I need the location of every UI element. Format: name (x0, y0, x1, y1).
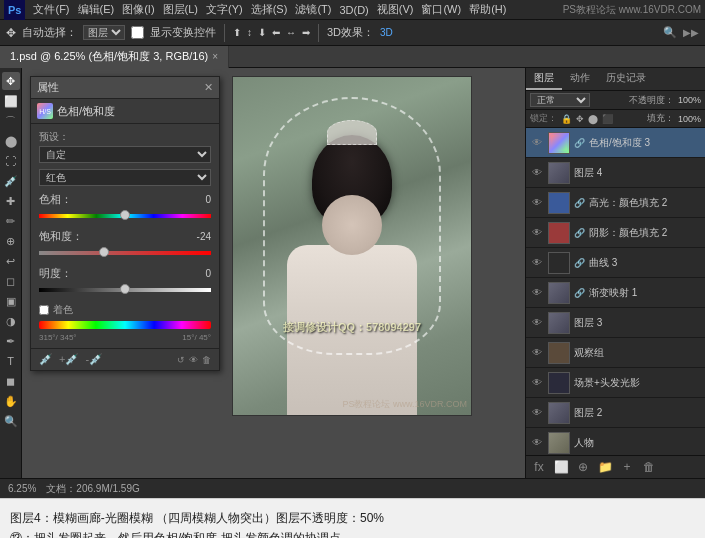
layer-eye-icon[interactable]: 👁 (530, 376, 544, 390)
align-right-icon[interactable]: ➡ (302, 27, 310, 38)
show-transform-checkbox[interactable] (131, 26, 144, 39)
align-bottom-icon[interactable]: ⬇ (258, 27, 266, 38)
layer-item[interactable]: 👁🔗色相/饱和度 3 (526, 128, 705, 158)
layers-bottom: fx ⬜ ⊕ 📁 + 🗑 (526, 455, 705, 478)
tab-history[interactable]: 历史记录 (598, 68, 654, 90)
delete-layer-btn[interactable]: 🗑 (640, 458, 658, 476)
adj-eye-btn[interactable]: 👁 (189, 355, 198, 365)
menu-filter[interactable]: 滤镜(T) (295, 2, 331, 17)
eyedropper-add-icon[interactable]: +💉 (59, 353, 79, 366)
layer-eye-icon[interactable]: 👁 (530, 316, 544, 330)
adj-panel-close[interactable]: ✕ (204, 81, 213, 94)
align-left-icon[interactable]: ⬅ (272, 27, 280, 38)
lock-icon-box[interactable]: 🔒 (561, 114, 572, 124)
menu-3d[interactable]: 3D(D) (339, 4, 368, 16)
brush-tool[interactable]: ✏ (2, 212, 20, 230)
sat-thumb[interactable] (99, 247, 109, 257)
zoom-tool[interactable]: 🔍 (2, 412, 20, 430)
menu-view[interactable]: 视图(V) (377, 2, 414, 17)
main-layout: ✥ ⬜ ⌒ ⬤ ⛶ 💉 ✚ ✏ ⊕ ↩ ◻ ▣ ◑ ✒ T ◼ ✋ 🔍 属性 ✕… (0, 68, 705, 478)
menu-select[interactable]: 选择(S) (251, 2, 288, 17)
light-thumb[interactable] (120, 284, 130, 294)
lock-move-icon[interactable]: ✥ (576, 114, 584, 124)
hand-tool[interactable]: ✋ (2, 392, 20, 410)
layer-eye-icon[interactable]: 👁 (530, 256, 544, 270)
lock-pixel-icon[interactable]: ⬤ (588, 114, 598, 124)
adj-panel: 属性 ✕ H/S 色相/饱和度 预设： 自定 (30, 76, 220, 371)
adj-reset-btn[interactable]: ↺ (177, 355, 185, 365)
toolbar: ✥ 自动选择： 图层 显示变换控件 ⬆ ↕ ⬇ ⬅ ↔ ➡ 3D效果： 3D 🔍… (0, 20, 705, 46)
layer-item[interactable]: 👁人物 (526, 428, 705, 455)
menu-file[interactable]: 文件(F) (33, 2, 69, 17)
clone-stamp-tool[interactable]: ⊕ (2, 232, 20, 250)
align-top-icon[interactable]: ⬆ (233, 27, 241, 38)
layer-item[interactable]: 👁🔗阴影：颜色填充 2 (526, 218, 705, 248)
layer-eye-icon[interactable]: 👁 (530, 286, 544, 300)
shape-tool[interactable]: ◼ (2, 372, 20, 390)
adj-delete-btn[interactable]: 🗑 (202, 355, 211, 365)
hue-thumb[interactable] (120, 210, 130, 220)
layer-eye-icon[interactable]: 👁 (530, 346, 544, 360)
text-tool[interactable]: T (2, 352, 20, 370)
crop-tool[interactable]: ⛶ (2, 152, 20, 170)
dodge-tool[interactable]: ◑ (2, 312, 20, 330)
opacity-value: 100% (678, 95, 701, 105)
select-rect-tool[interactable]: ⬜ (2, 92, 20, 110)
add-mask-btn[interactable]: ⬜ (552, 458, 570, 476)
lasso-tool[interactable]: ⌒ (2, 112, 20, 130)
menu-image[interactable]: 图像(I) (122, 2, 154, 17)
lock-all-icon[interactable]: ⬛ (602, 114, 613, 124)
history-brush-tool[interactable]: ↩ (2, 252, 20, 270)
menu-text[interactable]: 文字(Y) (206, 2, 243, 17)
layer-eye-icon[interactable]: 👁 (530, 196, 544, 210)
auto-select-dropdown[interactable]: 图层 (83, 25, 125, 40)
layer-name-label: 色相/饱和度 3 (589, 136, 701, 150)
heal-brush-tool[interactable]: ✚ (2, 192, 20, 210)
align-vcenter-icon[interactable]: ↕ (247, 27, 252, 38)
tab-actions[interactable]: 动作 (562, 68, 598, 90)
tab-main[interactable]: 1.psd @ 6.25% (色相/饱和度 3, RGB/16) × (0, 46, 229, 68)
eyedropper-sub-icon[interactable]: -💉 (85, 353, 103, 366)
search-icon[interactable]: 🔍 (663, 26, 677, 39)
layer-item[interactable]: 👁🔗高光：颜色填充 2 (526, 188, 705, 218)
eraser-tool[interactable]: ◻ (2, 272, 20, 290)
menu-window[interactable]: 窗口(W) (421, 2, 461, 17)
tab-layers[interactable]: 图层 (526, 68, 562, 90)
fx-button[interactable]: fx (530, 458, 548, 476)
hue-label: 色相： (39, 192, 72, 207)
layer-item[interactable]: 👁观察组 (526, 338, 705, 368)
layer-item[interactable]: 👁🔗曲线 3 (526, 248, 705, 278)
layer-item[interactable]: 👁图层 3 (526, 308, 705, 338)
preset-dropdown[interactable]: 自定 (39, 146, 211, 163)
layer-eye-icon[interactable]: 👁 (530, 226, 544, 240)
eyedropper-tool-icon[interactable]: 💉 (39, 353, 53, 366)
photo-overlay-text: 接调修设计QQ：578094297 (233, 320, 471, 335)
menu-help[interactable]: 帮助(H) (469, 2, 506, 17)
channel-dropdown[interactable]: 红色 (39, 169, 211, 186)
layer-eye-icon[interactable]: 👁 (530, 406, 544, 420)
layer-eye-icon[interactable]: 👁 (530, 136, 544, 150)
layer-eye-icon[interactable]: 👁 (530, 436, 544, 450)
blend-mode-select[interactable]: 正常 (530, 93, 590, 107)
caption-line2: ⑬：把头发圈起来，然后用色相/饱和度 把头发颜色调的协调点 (10, 529, 695, 539)
align-hcenter-icon[interactable]: ↔ (286, 27, 296, 38)
move-tool[interactable]: ✥ (2, 72, 20, 90)
workspace-icon[interactable]: ▶▶ (683, 27, 699, 38)
layer-item[interactable]: 👁场景+头发光影 (526, 368, 705, 398)
add-layer-btn[interactable]: + (618, 458, 636, 476)
colorize-checkbox[interactable] (39, 305, 49, 315)
folder-btn[interactable]: 📁 (596, 458, 614, 476)
pen-tool[interactable]: ✒ (2, 332, 20, 350)
adj-layer-btn[interactable]: ⊕ (574, 458, 592, 476)
tab-close-btn[interactable]: × (212, 51, 218, 62)
3d-icon[interactable]: 3D (380, 27, 393, 38)
quick-select-tool[interactable]: ⬤ (2, 132, 20, 150)
layer-item[interactable]: 👁图层 2 (526, 398, 705, 428)
layer-item[interactable]: 👁图层 4 (526, 158, 705, 188)
layer-item[interactable]: 👁🔗渐变映射 1 (526, 278, 705, 308)
menu-edit[interactable]: 编辑(E) (78, 2, 115, 17)
gradient-tool[interactable]: ▣ (2, 292, 20, 310)
eyedropper-tool[interactable]: 💉 (2, 172, 20, 190)
layer-eye-icon[interactable]: 👁 (530, 166, 544, 180)
menu-layer[interactable]: 图层(L) (163, 2, 198, 17)
